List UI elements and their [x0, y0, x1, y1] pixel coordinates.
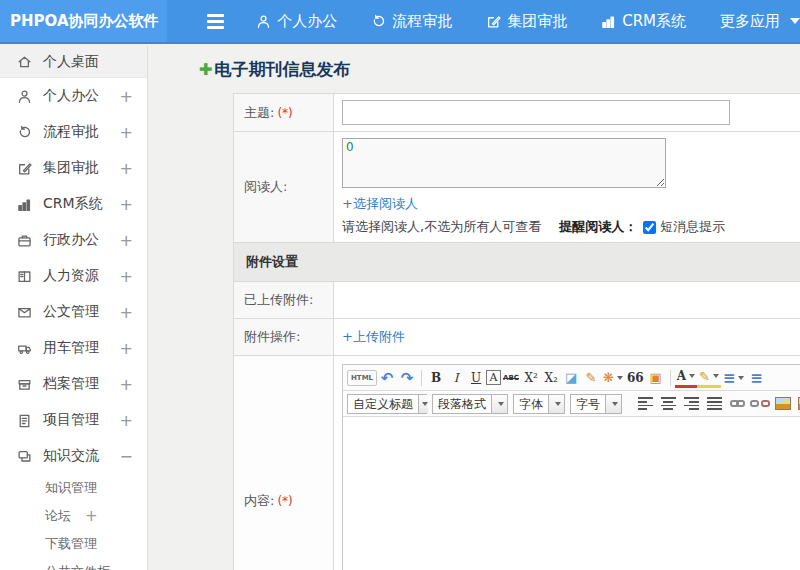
sidebar-subitem-forum[interactable]: 论坛+ — [0, 502, 147, 530]
expand-icon[interactable]: + — [120, 87, 133, 106]
dropdown-caret-icon[interactable] — [689, 374, 695, 378]
paragraph-format-select[interactable]: 段落格式 — [432, 394, 508, 414]
screenshot-button[interactable] — [796, 393, 800, 414]
align-left-button[interactable] — [635, 393, 655, 414]
attachment-section-title: 附件设置 — [234, 243, 800, 282]
image-button[interactable] — [773, 393, 793, 414]
dropdown-caret-icon[interactable] — [738, 376, 744, 380]
sidebar-item-workflow[interactable]: 流程审批+ — [0, 114, 147, 150]
home-icon — [17, 54, 34, 69]
ordered-list-button[interactable]: ≡ — [721, 367, 747, 388]
expand-icon[interactable]: + — [120, 159, 133, 178]
align-center-button[interactable] — [658, 393, 678, 414]
superscript-button[interactable]: X² — [521, 367, 541, 388]
sidebar-item-hr[interactable]: 人力资源+ — [0, 258, 147, 294]
dropdown-caret-icon[interactable] — [418, 395, 428, 413]
redo-button[interactable]: ↷ — [397, 367, 417, 388]
content-row: 内容:(*) HTML↶↷BIUAABCX²X₂◪✎❋66▣A✎≡≡ 自定义标题… — [234, 356, 800, 570]
sidebar-item-desktop[interactable]: 个人桌面 — [0, 46, 147, 78]
format-brush-button[interactable]: ✎ — [581, 367, 601, 388]
sidebar-subitem-label: 论坛 — [45, 507, 71, 525]
expand-icon[interactable]: + — [120, 375, 133, 394]
sidebar-item-personal-office[interactable]: 个人办公+ — [0, 78, 147, 114]
unordered-list-button[interactable]: ≡ — [746, 367, 766, 388]
dropdown-caret-icon[interactable] — [548, 395, 564, 413]
subject-label: 主题: — [244, 105, 274, 120]
dropdown-caret-icon[interactable] — [491, 395, 507, 413]
expand-icon[interactable]: + — [85, 507, 98, 525]
highlight-button[interactable]: ✎ — [697, 367, 721, 388]
nav-personal-office[interactable]: 个人办公 — [256, 12, 337, 31]
justify-button[interactable] — [704, 393, 724, 414]
hamburger-menu-icon[interactable] — [207, 0, 229, 42]
doc-icon — [17, 305, 34, 320]
strikethrough-button[interactable]: ABC — [501, 367, 521, 388]
sidebar-item-label: 知识交流 — [43, 447, 120, 465]
font-family-select[interactable]: 字体 — [513, 394, 565, 414]
sidebar-item-project-mgmt[interactable]: 项目管理+ — [0, 402, 147, 438]
html-source-button[interactable]: HTML — [347, 370, 377, 386]
edit-icon — [486, 14, 501, 29]
sidebar-subitem-label: 公共文件柜 — [45, 563, 110, 570]
italic-button[interactable]: I — [446, 367, 466, 388]
auto-typeset-button[interactable]: ❋ — [601, 367, 625, 388]
underline-button[interactable]: U — [466, 367, 486, 388]
sms-remind-checkbox[interactable] — [643, 221, 656, 234]
edit-icon — [17, 161, 34, 176]
sidebar-item-vehicle-mgmt[interactable]: 用车管理+ — [0, 330, 147, 366]
dropdown-caret-icon[interactable] — [790, 18, 800, 24]
sms-option-label: 短消息提示 — [660, 218, 725, 236]
blockquote-button[interactable]: 66 — [625, 367, 646, 388]
chart-icon — [17, 197, 34, 212]
expand-icon[interactable]: + — [120, 195, 133, 214]
sidebar-item-crm[interactable]: CRM系统+ — [0, 186, 147, 222]
select-readers-link[interactable]: +选择阅读人 — [342, 195, 418, 213]
sidebar-item-document-mgmt[interactable]: 公文管理+ — [0, 294, 147, 330]
attachment-section-row: 附件设置 — [234, 243, 800, 282]
collapse-icon[interactable]: − — [120, 447, 133, 466]
paste-text-button[interactable]: ▣ — [646, 367, 666, 388]
sidebar-item-knowledge-exchange[interactable]: 知识交流− — [0, 438, 147, 474]
dropdown-caret-icon[interactable] — [713, 374, 719, 378]
align-right-button[interactable] — [681, 393, 701, 414]
nav-label: 集团审批 — [507, 12, 567, 31]
select-label: 自定义标题 — [348, 395, 418, 413]
readers-textarea[interactable]: 0 — [342, 138, 666, 188]
font-color-button[interactable]: A — [675, 367, 697, 388]
sidebar-item-group-approval[interactable]: 集团审批+ — [0, 150, 147, 186]
dropdown-caret-icon[interactable] — [617, 376, 623, 380]
upload-attachment-link[interactable]: +上传附件 — [342, 328, 405, 346]
expand-icon[interactable]: + — [120, 303, 133, 322]
dropdown-caret-icon[interactable] — [605, 395, 621, 413]
sidebar-subitem-knowledge-mgmt[interactable]: 知识管理 — [0, 474, 147, 502]
main-content: ✚ 电子期刊信息发布 主题:(*) 阅读人: 0 +选择阅读人 请选择阅读人,不… — [149, 46, 800, 570]
readers-row: 阅读人: 0 +选择阅读人 请选择阅读人,不选为所有人可查看 提醒阅读人： 短消… — [234, 132, 800, 243]
bold-button[interactable]: B — [426, 367, 446, 388]
expand-icon[interactable]: + — [120, 267, 133, 286]
expand-icon[interactable]: + — [120, 231, 133, 250]
nav-workflow-approval[interactable]: 流程审批 — [371, 12, 452, 31]
custom-title-select[interactable]: 自定义标题 — [347, 394, 427, 414]
chat-icon — [17, 449, 34, 464]
expand-icon[interactable]: + — [120, 123, 133, 142]
undo-button[interactable]: ↶ — [377, 367, 397, 388]
expand-icon[interactable]: + — [120, 339, 133, 358]
expand-icon[interactable]: + — [120, 411, 133, 430]
nav-group-approval[interactable]: 集团审批 — [486, 12, 567, 31]
subject-input[interactable] — [342, 100, 730, 125]
nav-crm-system[interactable]: CRM系统 — [601, 12, 686, 31]
font-border-button[interactable]: A — [486, 370, 501, 385]
unlink-button[interactable] — [750, 393, 770, 414]
sidebar-item-archive-mgmt[interactable]: 档案管理+ — [0, 366, 147, 402]
editor-content-area[interactable] — [343, 417, 800, 570]
nav-more-apps[interactable]: 更多应用 — [720, 12, 800, 31]
remove-format-button[interactable]: ◪ — [561, 367, 581, 388]
sidebar-item-admin-office[interactable]: 行政办公+ — [0, 222, 147, 258]
subscript-button[interactable]: X₂ — [541, 367, 561, 388]
link-button[interactable] — [727, 393, 747, 414]
font-size-select[interactable]: 字号 — [570, 394, 622, 414]
attachment-action-label: 附件操作: — [244, 329, 300, 344]
sidebar-subitem-public-cabinet[interactable]: 公共文件柜 — [0, 558, 147, 570]
sidebar-subitem-download-mgmt[interactable]: 下载管理 — [0, 530, 147, 558]
subject-value-cell — [334, 94, 800, 132]
